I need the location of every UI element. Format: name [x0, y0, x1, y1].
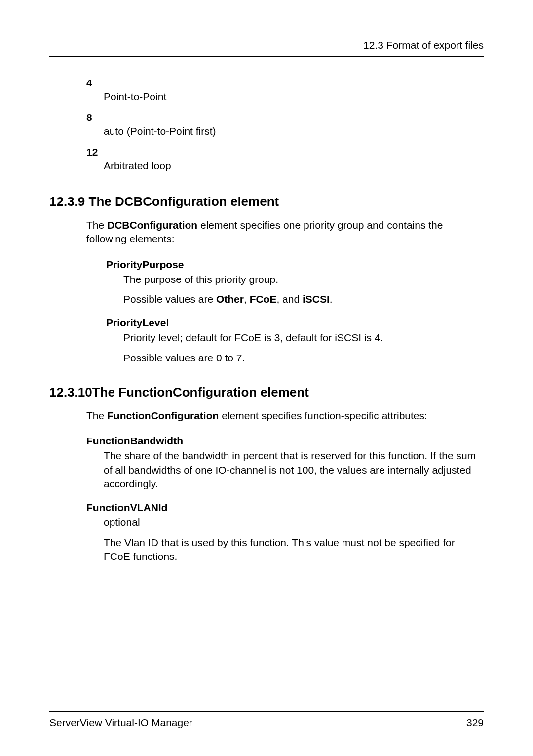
section-12-3-10: 12.3.10The FunctionConfiguration element…: [49, 385, 484, 563]
func-items: FunctionBandwidthThe share of the bandwi…: [86, 435, 484, 563]
section-intro-1239: The DCBConfiguration element specifies o…: [86, 218, 484, 246]
topology-code: 12: [86, 146, 484, 158]
topology-list: 4Point-to-Point8auto (Point-to-Point fir…: [86, 77, 484, 172]
topology-label: auto (Point-to-Point first): [104, 125, 484, 137]
page-footer: ServerView Virtual-IO Manager 329: [49, 711, 484, 729]
section-12-3-9: 12.3.9 The DCBConfiguration element The …: [49, 194, 484, 365]
bold-value: Other: [216, 293, 244, 305]
page-header-section: 12.3 Format of export files: [49, 40, 484, 51]
definition-description: The share of the bandwidth in percent th…: [104, 449, 484, 491]
definition-description: Possible values are Other, FCoE, and iSC…: [123, 292, 484, 306]
topology-code: 8: [86, 112, 484, 123]
dcb-items: PriorityPurposeThe purpose of this prior…: [106, 259, 484, 365]
topology-label: Point-to-Point: [104, 91, 484, 103]
definition-term: PriorityLevel: [106, 317, 484, 329]
definition-description: Possible values are 0 to 7.: [123, 351, 484, 365]
element-name: FunctionConfiguration: [107, 410, 219, 421]
footer-rule: [49, 711, 484, 712]
section-heading-12310: 12.3.10The FunctionConfiguration element: [49, 385, 484, 400]
bold-value: FCoE: [250, 293, 277, 305]
definition-description: The Vlan ID that is used by this functio…: [104, 536, 484, 564]
topology-label: Arbitrated loop: [104, 160, 484, 172]
definition-term: PriorityPurpose: [106, 259, 484, 271]
footer-product: ServerView Virtual-IO Manager: [49, 717, 192, 729]
footer-page-number: 329: [466, 717, 484, 729]
definition-description: optional: [104, 516, 484, 529]
definition-term: FunctionVLANId: [86, 502, 484, 514]
header-rule: [49, 56, 484, 57]
section-heading-1239: 12.3.9 The DCBConfiguration element: [49, 194, 484, 209]
definition-description: Priority level; default for FCoE is 3, d…: [123, 331, 484, 345]
topology-code: 4: [86, 77, 484, 89]
definition-description: The purpose of this priority group.: [123, 273, 484, 286]
element-name: DCBConfiguration: [107, 219, 197, 231]
definition-term: FunctionBandwidth: [86, 435, 484, 447]
bold-value: iSCSI: [303, 293, 330, 305]
section-intro-12310: The FunctionConfiguration element specif…: [86, 409, 484, 423]
